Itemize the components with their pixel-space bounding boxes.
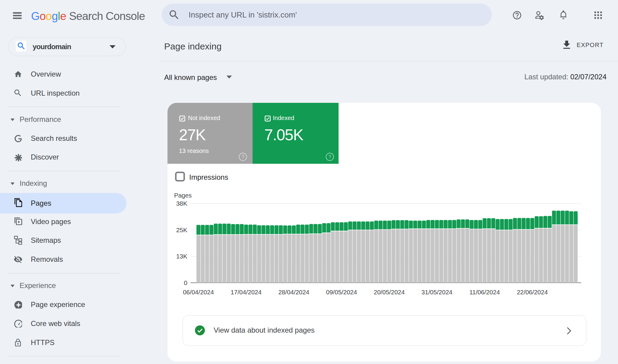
svg-text:17/04/2024: 17/04/2024 — [231, 289, 262, 296]
svg-text:06/04/2024: 06/04/2024 — [183, 289, 214, 296]
svg-text:22/06/2024: 22/06/2024 — [517, 289, 548, 296]
svg-text:13K: 13K — [176, 253, 187, 260]
svg-text:0: 0 — [184, 279, 187, 286]
svg-text:09/05/2024: 09/05/2024 — [326, 289, 357, 296]
svg-text:20/05/2024: 20/05/2024 — [374, 289, 405, 296]
svg-text:28/04/2024: 28/04/2024 — [278, 289, 309, 296]
svg-text:31/05/2024: 31/05/2024 — [422, 289, 453, 296]
svg-text:Pages: Pages — [174, 192, 192, 199]
svg-text:38K: 38K — [176, 200, 187, 207]
svg-text:11/06/2024: 11/06/2024 — [469, 289, 500, 296]
svg-text:25K: 25K — [176, 226, 187, 233]
